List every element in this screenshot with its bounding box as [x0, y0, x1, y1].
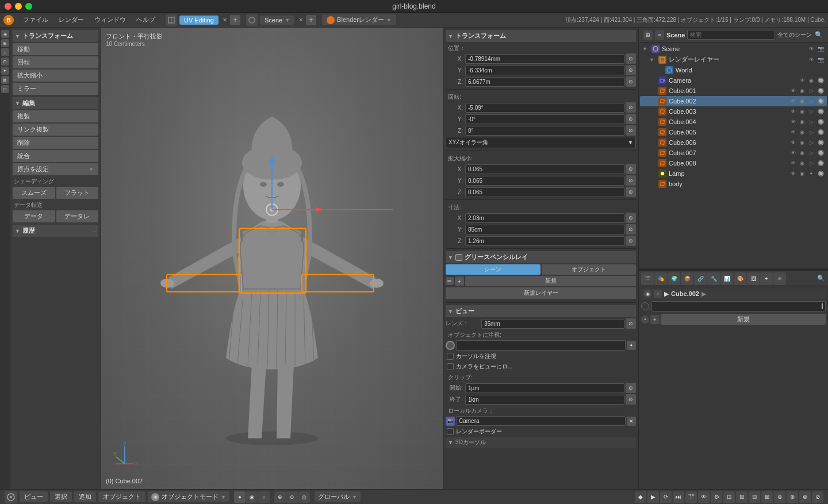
position-x-copy[interactable]: ⊙: [626, 53, 636, 64]
duplicate-button[interactable]: 複製: [13, 110, 98, 122]
data-button[interactable]: データ: [13, 210, 55, 222]
focus-object-pick[interactable]: ✦: [627, 341, 636, 350]
search-icon[interactable]: 🔍: [814, 30, 823, 40]
props-tab-particles[interactable]: ✦: [760, 272, 773, 285]
toolbar-2[interactable]: ⊞: [736, 491, 747, 503]
props-tab-modifiers[interactable]: 🔧: [707, 272, 720, 285]
cube002-render[interactable]: 🔘: [816, 97, 825, 105]
pivot-icon[interactable]: ⊙: [286, 491, 298, 503]
menu-help[interactable]: ヘルプ: [132, 14, 160, 25]
toolbar-8[interactable]: ⊘: [812, 491, 823, 503]
render-layer-eye[interactable]: 👁: [807, 56, 815, 64]
sidebar-icon-1[interactable]: ◈: [1, 30, 9, 38]
link-duplicate-button[interactable]: リンク複製: [13, 124, 98, 136]
history-header[interactable]: ▼ 履歴 ···: [13, 225, 98, 237]
data-re-button[interactable]: データレ: [56, 210, 99, 222]
viewport-3d[interactable]: フロント・平行投影 10 Centimeters Z X Y (0) Cube.…: [101, 28, 443, 489]
focus-object-input[interactable]: [456, 340, 626, 351]
transform-header[interactable]: ▼ トランスフォーム: [13, 30, 98, 42]
scale-z-field[interactable]: 0.065: [465, 187, 624, 197]
render-engine-selector[interactable]: Blenderレンダー ▼: [322, 14, 396, 25]
local-camera-clear[interactable]: ✕: [627, 417, 636, 426]
prop-transform-header[interactable]: ▼ トランスフォーム: [446, 30, 636, 42]
workspace-uv-editing[interactable]: UV Editing: [179, 16, 218, 25]
tree-item-body[interactable]: body: [640, 179, 827, 189]
material-shading-btn[interactable]: ◉: [246, 491, 258, 503]
cube001-render[interactable]: 🔘: [816, 87, 825, 95]
lens-field[interactable]: 35mm: [481, 319, 624, 329]
scene-eye-icon[interactable]: 👁: [807, 45, 815, 53]
toolbar-3[interactable]: ⊟: [749, 491, 760, 503]
anim-icon[interactable]: ▶: [647, 491, 659, 503]
outliner-view-btn[interactable]: ⊞: [643, 30, 653, 40]
render-icon[interactable]: 🎬: [685, 491, 697, 503]
position-y-field[interactable]: -6.334cm: [465, 66, 624, 75]
dim-y-copy[interactable]: ⊙: [626, 224, 636, 234]
scale-button[interactable]: 拡大縮小: [13, 70, 98, 82]
scale-y-field[interactable]: 0.065: [465, 176, 624, 186]
props-tab-world[interactable]: 🌍: [668, 272, 680, 285]
position-z-field[interactable]: 6.0677m: [465, 77, 624, 87]
position-x-field[interactable]: -0.78914mm: [465, 54, 624, 64]
tree-item-cube008[interactable]: Cube.008 👁◉▷🔘: [640, 158, 827, 168]
props-tab-material[interactable]: 🎨: [734, 272, 746, 285]
tree-item-camera[interactable]: Camera 👁 ◉ 🔘: [640, 75, 827, 86]
tree-item-lamp[interactable]: Lamp 👁◉✦🔘: [640, 168, 827, 179]
set-origin-dropdown[interactable]: 原点を設定 ▼: [13, 163, 98, 175]
rotation-z-copy[interactable]: ⊙: [626, 125, 636, 136]
outliner-search-input[interactable]: [687, 30, 775, 40]
frame-skip-icon[interactable]: ⏭: [673, 491, 684, 503]
tree-item-render-layer[interactable]: ▼ レンダーレイヤー 👁 📷: [640, 54, 827, 65]
new-material-button[interactable]: 新規: [661, 314, 826, 325]
plus-icon-small[interactable]: +: [654, 290, 662, 298]
clip-end-copy[interactable]: ⊙: [626, 394, 636, 405]
camera-render[interactable]: 🔘: [816, 76, 825, 84]
props-tab-render[interactable]: 🎬: [641, 272, 654, 285]
view-header[interactable]: ▼ ビュー: [446, 305, 636, 317]
camera-sel[interactable]: ◉: [807, 76, 815, 84]
tree-item-cube004[interactable]: Cube.004 👁◉▷🔘: [640, 117, 827, 127]
rotation-mode-dropdown[interactable]: XYZオイラー角 ▼: [446, 137, 636, 148]
global-local-selector[interactable]: グローバル ▼: [315, 491, 361, 502]
rotation-x-field[interactable]: -5.09°: [465, 103, 624, 113]
menu-render[interactable]: レンダー: [54, 14, 89, 25]
toolbar-7[interactable]: ⊗: [799, 491, 811, 503]
toolbar-1[interactable]: ⊡: [723, 491, 735, 503]
props-tab-physics[interactable]: ⚛: [773, 272, 786, 285]
add-scene[interactable]: +: [306, 15, 316, 25]
scale-z-copy[interactable]: ⊙: [626, 187, 636, 197]
dim-x-field[interactable]: 2.03m: [465, 213, 624, 223]
sidebar-icon-6[interactable]: ⊠: [1, 76, 9, 84]
tree-item-cube003[interactable]: Cube.003 👁 ◉ ▷ 🔘: [640, 106, 827, 117]
delete-button[interactable]: 削除: [13, 137, 98, 149]
close-uv-workspace[interactable]: ✕: [221, 16, 229, 24]
tree-item-world[interactable]: World: [640, 65, 827, 75]
props-tab-scene[interactable]: 🎭: [654, 272, 667, 285]
close-button[interactable]: [5, 3, 12, 10]
rotate-button[interactable]: 回転: [13, 56, 98, 68]
minimize-button[interactable]: [15, 3, 22, 10]
props-tab-object[interactable]: 📦: [681, 272, 693, 285]
cube002-eye[interactable]: 👁: [789, 97, 797, 105]
sidebar-icon-5[interactable]: ✦: [1, 67, 9, 75]
toolbar-5[interactable]: ⊛: [774, 491, 785, 503]
dim-y-field[interactable]: 85cm: [465, 225, 624, 234]
plus-btn-2[interactable]: +: [650, 315, 660, 324]
outliner-filter-btn[interactable]: ≡: [655, 30, 664, 40]
props-search-icon[interactable]: 🔍: [816, 274, 826, 283]
position-z-copy[interactable]: ⊙: [626, 76, 636, 87]
cube002-tri[interactable]: ▷: [807, 97, 815, 105]
cube001-sel[interactable]: ◉: [798, 87, 806, 95]
cube003-sel[interactable]: ◉: [798, 107, 806, 116]
cube001-eye[interactable]: 👁: [789, 87, 797, 95]
tree-item-cube002[interactable]: Cube.002 👁 ◉ ▷ 🔘: [640, 96, 827, 106]
dim-z-copy[interactable]: ⊙: [626, 236, 636, 246]
focus-object-field[interactable]: [446, 341, 455, 350]
rotation-z-field[interactable]: 0°: [465, 126, 624, 136]
sync-icon[interactable]: ⟳: [660, 491, 672, 503]
edit-header[interactable]: ▼ 編集: [13, 97, 98, 109]
tree-item-cube005[interactable]: Cube.005 👁◉▷🔘: [640, 127, 827, 137]
sidebar-icon-4[interactable]: ⊙: [1, 57, 9, 66]
view-menu-btn[interactable]: ビュー: [20, 491, 48, 502]
view-icon-br[interactable]: 👁: [698, 491, 710, 503]
